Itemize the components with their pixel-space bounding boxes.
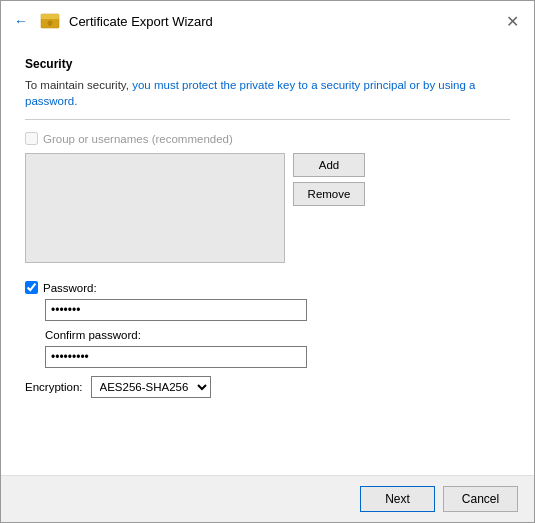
dialog-title: Certificate Export Wizard: [69, 14, 213, 29]
content-area: Security To maintain security, you must …: [1, 41, 534, 475]
password-section: Password: Confirm password: Encryption: …: [25, 281, 510, 398]
svg-rect-1: [41, 14, 59, 19]
encryption-label: Encryption:: [25, 381, 83, 393]
encryption-select[interactable]: AES256-SHA256 TripleDES-SHA1: [91, 376, 211, 398]
password-input[interactable]: [45, 299, 307, 321]
password-checkbox[interactable]: [25, 281, 38, 294]
users-listbox: [25, 153, 285, 263]
users-row: Add Remove: [25, 153, 510, 275]
title-left: ← Certificate Export Wizard: [11, 10, 213, 32]
add-remove-col: Add Remove: [293, 153, 365, 206]
next-button[interactable]: Next: [360, 486, 435, 512]
group-checkbox-row: Group or usernames (recommended): [25, 132, 510, 145]
confirm-password-label: Confirm password:: [45, 329, 510, 341]
title-bar: ← Certificate Export Wizard ✕: [1, 1, 534, 41]
section-divider: [25, 119, 510, 120]
dialog: ← Certificate Export Wizard ✕ Security T…: [0, 0, 535, 523]
close-button[interactable]: ✕: [500, 9, 524, 33]
confirm-password-input[interactable]: [45, 346, 307, 368]
remove-button[interactable]: Remove: [293, 182, 365, 206]
wizard-icon: [39, 10, 61, 32]
svg-rect-3: [49, 23, 51, 26]
password-checkbox-row: Password:: [25, 281, 510, 294]
section-desc: To maintain security, you must protect t…: [25, 77, 510, 109]
encryption-row: Encryption: AES256-SHA256 TripleDES-SHA1: [25, 376, 510, 398]
password-label: Password:: [43, 282, 97, 294]
back-button[interactable]: ←: [11, 11, 31, 31]
section-title: Security: [25, 57, 510, 71]
add-button[interactable]: Add: [293, 153, 365, 177]
group-checkbox-label: Group or usernames (recommended): [43, 133, 233, 145]
cancel-button[interactable]: Cancel: [443, 486, 518, 512]
footer: Next Cancel: [1, 475, 534, 522]
desc-part1: To maintain security,: [25, 79, 132, 91]
group-checkbox[interactable]: [25, 132, 38, 145]
